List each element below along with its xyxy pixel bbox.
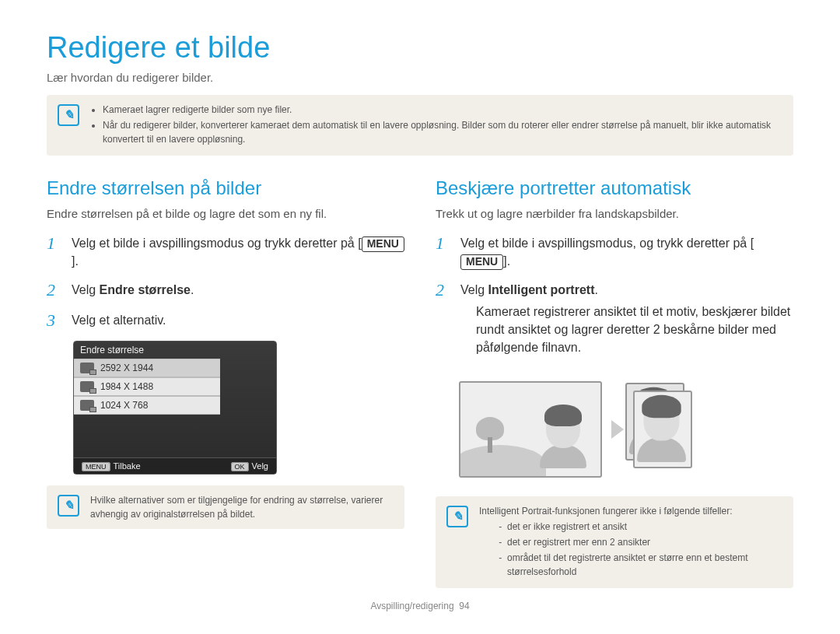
menu-chip: MENU bbox=[460, 254, 503, 270]
crop-note-item-1: det er ikke registrert et ansikt bbox=[507, 520, 782, 534]
camera-screen-title: Endre størrelse bbox=[74, 342, 276, 359]
menu-chip: MENU bbox=[362, 236, 404, 252]
step-number: 1 bbox=[436, 234, 450, 270]
crop-step2-post: . bbox=[594, 283, 597, 296]
camera-ok-button: OK bbox=[231, 462, 249, 471]
step-number: 2 bbox=[47, 281, 61, 299]
crop-note-item-3: området til det registrerte ansiktet er … bbox=[507, 551, 782, 579]
resize-option-2: 1984 X 1488 bbox=[74, 377, 220, 396]
top-note-item-2: Når du redigerer bilder, konverterer kam… bbox=[103, 118, 782, 146]
crop-subtext: Trekk ut og lagre nærbilder fra landskap… bbox=[436, 207, 793, 220]
footer-section: Avspilling/redigering bbox=[370, 601, 453, 611]
crop-step1-post: ]. bbox=[503, 254, 510, 268]
resize-subtext: Endre størrelsen på et bilde og lagre de… bbox=[47, 207, 404, 220]
portrait-thumbnail bbox=[633, 391, 692, 468]
step-number: 2 bbox=[436, 281, 450, 367]
camera-screen-mock: Endre størrelse 2592 X 1944 1984 X 1488 … bbox=[73, 341, 277, 475]
crop-heading: Beskjære portretter automatisk bbox=[436, 177, 793, 199]
crop-step1-text: Velg et bilde i avspillingsmodus, og try… bbox=[460, 236, 754, 250]
crop-step2-bold: Intelligent portrett bbox=[488, 283, 595, 296]
crop-note-lead: Intelligent Portrait-funksjonen fungerer… bbox=[479, 504, 782, 518]
resize-step2-pre: Velg bbox=[72, 283, 100, 296]
note-icon bbox=[58, 104, 79, 126]
section-crop-portrait: Beskjære portretter automatisk Trekk ut … bbox=[436, 177, 793, 588]
crop-step2-pre: Velg bbox=[460, 283, 488, 296]
resize-option-3: 1024 X 768 bbox=[74, 396, 220, 415]
note-icon bbox=[58, 495, 79, 517]
landscape-thumbnail bbox=[459, 381, 602, 478]
step-number: 1 bbox=[47, 234, 61, 270]
camera-ok-label: Velg bbox=[252, 461, 268, 471]
resize-note-text: Hvilke alternativer som er tilgjengelige… bbox=[90, 493, 394, 521]
crop-step2-bullet: Kameraet registrerer ansiktet til et mot… bbox=[476, 303, 793, 357]
arrow-right-icon bbox=[611, 420, 624, 439]
crop-illustration bbox=[459, 381, 793, 478]
crop-note-box: Intelligent Portrait-funksjonen fungerer… bbox=[436, 496, 793, 588]
resize-note-box: Hvilke alternativer som er tilgjengelige… bbox=[47, 485, 404, 529]
footer-page-number: 94 bbox=[459, 601, 469, 611]
section-resize: Endre størrelsen på bilder Endre størrel… bbox=[47, 177, 404, 588]
resize-step2-post: . bbox=[191, 283, 194, 296]
resize-step3: Velg et alternativ. bbox=[72, 311, 166, 330]
note-icon bbox=[446, 506, 468, 527]
resize-heading: Endre størrelsen på bilder bbox=[47, 177, 404, 199]
resolution-icon bbox=[80, 363, 94, 373]
crop-note-item-2: det er registrert mer enn 2 ansikter bbox=[507, 535, 782, 549]
camera-back-label: Tilbake bbox=[114, 461, 141, 471]
resize-option-1: 2592 X 1944 bbox=[74, 359, 220, 377]
resolution-icon bbox=[80, 381, 94, 392]
resize-step2-bold: Endre størrelse bbox=[100, 283, 191, 296]
resolution-icon bbox=[80, 400, 94, 411]
page-title: Redigere et bilde bbox=[47, 31, 793, 65]
page-footer: Avspilling/redigering 94 bbox=[47, 601, 793, 611]
step-number: 3 bbox=[47, 311, 61, 330]
top-note-item-1: Kameraet lagrer redigerte bilder som nye… bbox=[103, 103, 782, 117]
resize-step1-text: Velg et bilde i avspillingsmodus og tryk… bbox=[72, 236, 362, 250]
page-subtitle: Lær hvordan du redigerer bilder. bbox=[47, 71, 793, 84]
top-note-box: Kameraet lagrer redigerte bilder som nye… bbox=[47, 95, 793, 156]
resize-step1-post: ]. bbox=[72, 254, 79, 268]
camera-menu-button: MENU bbox=[82, 462, 110, 471]
